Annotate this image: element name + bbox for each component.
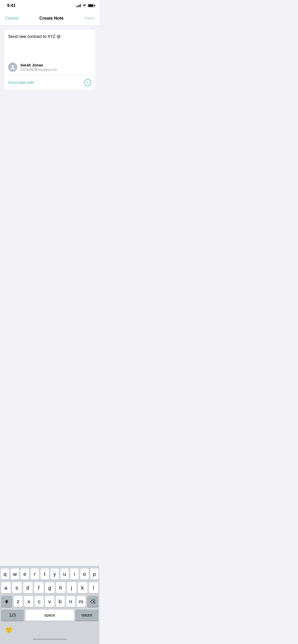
status-bar: 9:41 (0, 0, 99, 11)
status-icons (76, 4, 94, 7)
contact-name: Sarah Jonas (20, 63, 57, 67)
contact-email: 5503b5f2@moodjoy.com (20, 68, 57, 71)
battery-icon (88, 4, 94, 7)
avatar (8, 63, 17, 72)
save-button[interactable]: Save (84, 16, 94, 21)
user-icon (10, 65, 15, 70)
status-time: 9:41 (7, 3, 16, 8)
associate-add-button[interactable]: + (84, 79, 91, 86)
page-title: Create Note (39, 16, 63, 21)
associate-label: Associate with (8, 80, 34, 85)
note-text-area[interactable]: Send new contract to XYZ @ (4, 30, 95, 60)
cancel-button[interactable]: Cancel (5, 16, 19, 21)
contact-row: Sarah Jonas 5503b5f2@moodjoy.com (4, 60, 95, 75)
nav-bar: Cancel Create Note Save (0, 11, 99, 25)
note-text: Send new contract to XYZ @ (8, 34, 61, 39)
wifi-icon (82, 4, 86, 7)
content-area: Send new contract to XYZ @ Sarah Jonas 5… (0, 25, 99, 94)
note-card: Send new contract to XYZ @ Sarah Jonas 5… (4, 30, 95, 90)
plus-icon: + (86, 80, 89, 85)
signal-icon (76, 4, 81, 7)
contact-info: Sarah Jonas 5503b5f2@moodjoy.com (20, 63, 57, 71)
associate-row[interactable]: Associate with + (4, 76, 95, 90)
